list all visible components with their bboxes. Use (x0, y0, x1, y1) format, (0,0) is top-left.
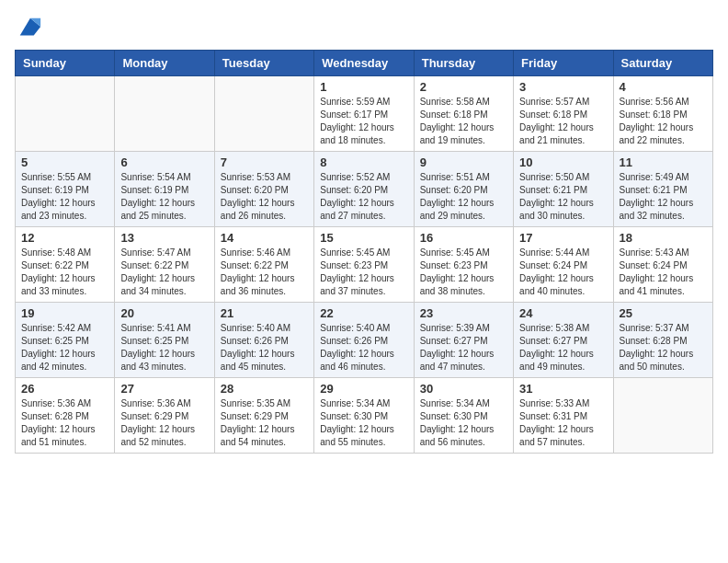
day-number: 2 (420, 80, 507, 94)
day-info: Sunrise: 5:43 AMSunset: 6:24 PMDaylight:… (620, 247, 707, 298)
day-number: 19 (21, 306, 108, 320)
day-number: 8 (320, 155, 407, 169)
calendar-cell: 25Sunrise: 5:37 AMSunset: 6:28 PMDayligh… (613, 303, 712, 378)
day-number: 22 (320, 306, 407, 320)
calendar-cell: 6Sunrise: 5:54 AMSunset: 6:19 PMDaylight… (115, 152, 214, 227)
day-number: 13 (120, 231, 208, 245)
day-info: Sunrise: 5:46 AMSunset: 6:22 PMDaylight:… (221, 247, 308, 298)
day-of-week-header: Tuesday (214, 51, 313, 76)
day-info: Sunrise: 5:40 AMSunset: 6:26 PMDaylight:… (320, 322, 407, 373)
calendar-cell: 15Sunrise: 5:45 AMSunset: 6:23 PMDayligh… (314, 227, 414, 303)
day-number: 16 (420, 231, 507, 245)
day-number: 11 (620, 155, 707, 169)
calendar-cell (214, 76, 313, 152)
calendar-cell: 30Sunrise: 5:34 AMSunset: 6:30 PMDayligh… (414, 378, 513, 454)
calendar-cell (16, 76, 115, 152)
day-number: 20 (120, 306, 208, 320)
day-info: Sunrise: 5:51 AMSunset: 6:20 PMDaylight:… (420, 171, 507, 223)
calendar-cell: 23Sunrise: 5:39 AMSunset: 6:27 PMDayligh… (414, 303, 513, 378)
calendar-cell: 3Sunrise: 5:57 AMSunset: 6:18 PMDaylight… (514, 76, 613, 152)
day-number: 5 (21, 155, 108, 169)
calendar-cell: 11Sunrise: 5:49 AMSunset: 6:21 PMDayligh… (613, 152, 712, 227)
day-of-week-header: Wednesday (314, 51, 414, 76)
day-info: Sunrise: 5:59 AMSunset: 6:17 PMDaylight:… (320, 96, 407, 147)
calendar-cell: 10Sunrise: 5:50 AMSunset: 6:21 PMDayligh… (514, 152, 613, 227)
calendar-cell (613, 378, 712, 454)
day-info: Sunrise: 5:58 AMSunset: 6:18 PMDaylight:… (420, 96, 507, 147)
day-info: Sunrise: 5:53 AMSunset: 6:20 PMDaylight:… (221, 171, 308, 223)
calendar-cell: 13Sunrise: 5:47 AMSunset: 6:22 PMDayligh… (115, 227, 214, 303)
day-number: 18 (620, 231, 707, 245)
day-number: 12 (21, 231, 108, 245)
calendar-cell: 7Sunrise: 5:53 AMSunset: 6:20 PMDaylight… (214, 152, 313, 227)
calendar-cell: 28Sunrise: 5:35 AMSunset: 6:29 PMDayligh… (214, 378, 313, 454)
calendar-cell: 9Sunrise: 5:51 AMSunset: 6:20 PMDaylight… (414, 152, 513, 227)
calendar-cell: 8Sunrise: 5:52 AMSunset: 6:20 PMDaylight… (314, 152, 414, 227)
calendar-cell: 14Sunrise: 5:46 AMSunset: 6:22 PMDayligh… (214, 227, 313, 303)
day-number: 25 (620, 306, 707, 320)
day-number: 26 (21, 382, 108, 396)
day-number: 9 (420, 155, 507, 169)
day-number: 14 (221, 231, 308, 245)
calendar-cell: 27Sunrise: 5:36 AMSunset: 6:29 PMDayligh… (115, 378, 214, 454)
day-info: Sunrise: 5:39 AMSunset: 6:27 PMDaylight:… (420, 322, 507, 373)
day-number: 28 (221, 382, 308, 396)
calendar-cell: 5Sunrise: 5:55 AMSunset: 6:19 PMDaylight… (16, 152, 115, 227)
day-number: 1 (320, 80, 407, 94)
day-info: Sunrise: 5:57 AMSunset: 6:18 PMDaylight:… (519, 96, 607, 147)
day-info: Sunrise: 5:50 AMSunset: 6:21 PMDaylight:… (519, 171, 607, 223)
calendar-cell: 1Sunrise: 5:59 AMSunset: 6:17 PMDaylight… (314, 76, 414, 152)
day-info: Sunrise: 5:55 AMSunset: 6:19 PMDaylight:… (21, 171, 108, 223)
day-info: Sunrise: 5:33 AMSunset: 6:31 PMDaylight:… (519, 397, 607, 449)
calendar-cell: 26Sunrise: 5:36 AMSunset: 6:28 PMDayligh… (16, 378, 115, 454)
day-info: Sunrise: 5:54 AMSunset: 6:19 PMDaylight:… (120, 171, 208, 223)
day-number: 6 (120, 155, 208, 169)
day-info: Sunrise: 5:34 AMSunset: 6:30 PMDaylight:… (320, 397, 407, 449)
day-number: 27 (120, 382, 208, 396)
calendar-cell: 2Sunrise: 5:58 AMSunset: 6:18 PMDaylight… (414, 76, 513, 152)
day-number: 4 (620, 80, 707, 94)
day-of-week-header: Saturday (613, 51, 712, 76)
day-info: Sunrise: 5:34 AMSunset: 6:30 PMDaylight:… (420, 397, 507, 449)
day-number: 23 (420, 306, 507, 320)
day-info: Sunrise: 5:56 AMSunset: 6:18 PMDaylight:… (620, 96, 707, 147)
day-number: 31 (519, 382, 607, 396)
calendar-cell (115, 76, 214, 152)
calendar-cell: 20Sunrise: 5:41 AMSunset: 6:25 PMDayligh… (115, 303, 214, 378)
day-info: Sunrise: 5:48 AMSunset: 6:22 PMDaylight:… (21, 247, 108, 298)
day-info: Sunrise: 5:49 AMSunset: 6:21 PMDaylight:… (620, 171, 707, 223)
day-number: 29 (320, 382, 407, 396)
day-number: 7 (221, 155, 308, 169)
calendar-cell: 16Sunrise: 5:45 AMSunset: 6:23 PMDayligh… (414, 227, 513, 303)
day-info: Sunrise: 5:52 AMSunset: 6:20 PMDaylight:… (320, 171, 407, 223)
day-info: Sunrise: 5:41 AMSunset: 6:25 PMDaylight:… (120, 322, 208, 373)
day-number: 3 (519, 80, 607, 94)
day-info: Sunrise: 5:37 AMSunset: 6:28 PMDaylight:… (620, 322, 707, 373)
day-number: 30 (420, 382, 507, 396)
day-info: Sunrise: 5:47 AMSunset: 6:22 PMDaylight:… (120, 247, 208, 298)
calendar-cell: 18Sunrise: 5:43 AMSunset: 6:24 PMDayligh… (613, 227, 712, 303)
calendar-cell: 29Sunrise: 5:34 AMSunset: 6:30 PMDayligh… (314, 378, 414, 454)
day-info: Sunrise: 5:45 AMSunset: 6:23 PMDaylight:… (320, 247, 407, 298)
day-number: 15 (320, 231, 407, 245)
day-number: 17 (519, 231, 607, 245)
day-info: Sunrise: 5:40 AMSunset: 6:26 PMDaylight:… (221, 322, 308, 373)
day-info: Sunrise: 5:44 AMSunset: 6:24 PMDaylight:… (519, 247, 607, 298)
day-info: Sunrise: 5:36 AMSunset: 6:28 PMDaylight:… (21, 397, 108, 449)
day-info: Sunrise: 5:45 AMSunset: 6:23 PMDaylight:… (420, 247, 507, 298)
header (15, 15, 713, 40)
logo (15, 15, 42, 40)
calendar-cell: 12Sunrise: 5:48 AMSunset: 6:22 PMDayligh… (16, 227, 115, 303)
day-info: Sunrise: 5:36 AMSunset: 6:29 PMDaylight:… (120, 397, 208, 449)
day-number: 21 (221, 306, 308, 320)
day-info: Sunrise: 5:38 AMSunset: 6:27 PMDaylight:… (519, 322, 607, 373)
calendar-table: SundayMondayTuesdayWednesdayThursdayFrid… (15, 50, 713, 454)
calendar-cell: 31Sunrise: 5:33 AMSunset: 6:31 PMDayligh… (514, 378, 613, 454)
day-number: 10 (519, 155, 607, 169)
day-of-week-header: Monday (115, 51, 214, 76)
day-of-week-header: Friday (514, 51, 613, 76)
day-of-week-header: Sunday (16, 51, 115, 76)
day-info: Sunrise: 5:35 AMSunset: 6:29 PMDaylight:… (221, 397, 308, 449)
calendar-cell: 4Sunrise: 5:56 AMSunset: 6:18 PMDaylight… (613, 76, 712, 152)
day-of-week-header: Thursday (414, 51, 513, 76)
